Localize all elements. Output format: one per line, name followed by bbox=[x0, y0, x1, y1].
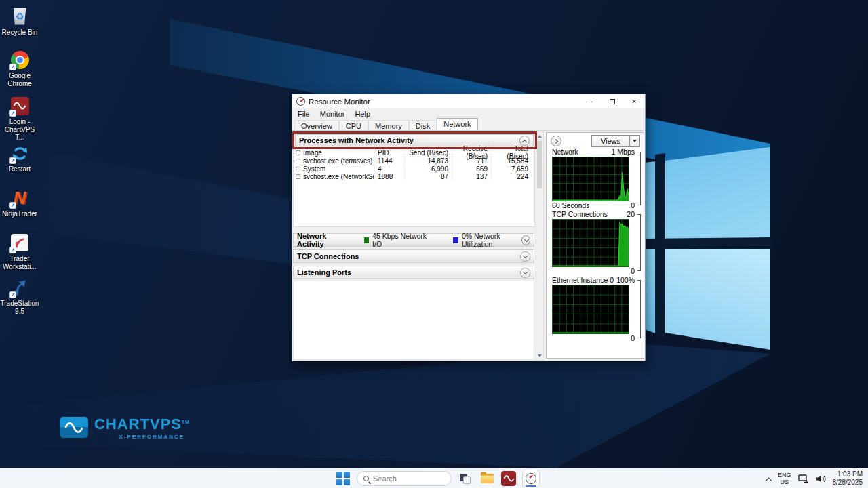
chartvps-watermark: CHARTVPSTM X-PERFORMANCE bbox=[60, 417, 190, 440]
row-checkbox[interactable] bbox=[296, 167, 300, 171]
desktop-icon-tradestation[interactable]: ↗ TradeStation 9.5 bbox=[0, 277, 39, 315]
process-receive: 669 bbox=[452, 165, 492, 173]
brand-tagline: X-PERFORMANCE bbox=[119, 434, 184, 440]
desktop-icon-trader-workstation[interactable]: ↗ Trader Workstati... bbox=[0, 232, 39, 270]
views-label: Views bbox=[592, 136, 629, 146]
network-activity-section-header[interactable]: Network Activity 45 Kbps Network I/O 0% … bbox=[293, 233, 534, 247]
window-titlebar[interactable]: Resource Monitor – × bbox=[292, 94, 645, 108]
resource-monitor-icon bbox=[526, 473, 536, 484]
maximize-button[interactable] bbox=[601, 94, 623, 108]
ethernet-chart: Ethernet Instance 0 100% 0 bbox=[551, 276, 642, 342]
col-send[interactable]: Send (B/sec) bbox=[405, 149, 452, 157]
expand-button[interactable] bbox=[520, 268, 530, 278]
listening-ports-section-header[interactable]: Listening Ports bbox=[293, 266, 534, 279]
expand-button[interactable] bbox=[520, 251, 530, 262]
tab-disk[interactable]: Disk bbox=[409, 120, 437, 130]
resource-monitor-icon bbox=[296, 97, 305, 106]
desktop-icon-ninjatrader[interactable]: N ↗ NinjaTrader bbox=[0, 187, 39, 218]
shortcut-arrow-icon: ↗ bbox=[9, 64, 16, 70]
triangle-down-icon bbox=[633, 140, 637, 142]
minimize-button[interactable]: – bbox=[580, 94, 601, 108]
file-explorer-button[interactable] bbox=[479, 470, 495, 487]
close-button[interactable]: × bbox=[623, 94, 645, 108]
scrollbar-thumb[interactable] bbox=[537, 141, 542, 188]
chart-title: TCP Connections bbox=[552, 210, 608, 219]
resource-monitor-window: Resource Monitor – × File Monitor Help O… bbox=[292, 94, 646, 361]
section-title: Network Activity bbox=[297, 232, 347, 248]
taskbar: ENG US 1:03 PM 8/28/2025 bbox=[0, 468, 868, 488]
tab-cpu[interactable]: CPU bbox=[339, 120, 368, 130]
row-checkbox[interactable] bbox=[296, 159, 300, 163]
table-row[interactable]: svchost.exe (termsvcs) 1144 14,873 711 1… bbox=[294, 157, 534, 165]
tcp-connections-chart: TCP Connections 20 0 bbox=[551, 210, 642, 275]
menu-monitor[interactable]: Monitor bbox=[320, 110, 345, 118]
col-pid[interactable]: PID bbox=[375, 149, 405, 157]
menu-file[interactable]: File bbox=[298, 110, 310, 118]
desktop-icon-recycle-bin[interactable]: ♻ Recycle Bin bbox=[0, 5, 39, 37]
scroll-down-button[interactable] bbox=[536, 352, 543, 360]
network-graph bbox=[552, 157, 629, 201]
resource-monitor-taskbar-button[interactable] bbox=[522, 470, 540, 487]
legend-label: 0% Network Utilization bbox=[462, 232, 521, 248]
chart-max-label: 100% bbox=[616, 276, 635, 285]
task-view-icon bbox=[460, 474, 471, 484]
ethernet-graph bbox=[552, 285, 629, 334]
shortcut-arrow-icon: ↗ bbox=[9, 291, 16, 298]
chart-min-label: 0 bbox=[631, 267, 635, 275]
icon-label: TradeStation 9.5 bbox=[0, 300, 39, 315]
col-image[interactable]: Image bbox=[303, 149, 322, 157]
window-content: Processes with Network Activity Image PI… bbox=[292, 131, 645, 361]
views-dropdown-button[interactable]: Views bbox=[591, 135, 640, 147]
section-title: Listening Ports bbox=[297, 268, 351, 277]
scroll-up-button[interactable] bbox=[536, 132, 543, 140]
desktop-icon-restart[interactable]: ↗ Restart bbox=[0, 142, 39, 174]
process-receive: 711 bbox=[452, 157, 492, 165]
select-all-checkbox[interactable] bbox=[296, 150, 300, 155]
chevron-right-icon bbox=[553, 139, 557, 144]
table-row[interactable]: svchost.exe (NetworkService... 1888 87 1… bbox=[294, 173, 534, 181]
start-button[interactable] bbox=[335, 470, 351, 487]
tcp-graph bbox=[552, 219, 629, 267]
panel-expand-button[interactable] bbox=[551, 136, 561, 146]
process-send: 14,873 bbox=[405, 157, 452, 165]
collapse-button[interactable] bbox=[519, 136, 530, 146]
green-swatch-icon bbox=[364, 237, 370, 243]
tab-network[interactable]: Network bbox=[437, 118, 477, 130]
scale-bracket bbox=[637, 152, 641, 205]
menu-help[interactable]: Help bbox=[355, 110, 370, 118]
expand-button[interactable] bbox=[521, 235, 530, 245]
shortcut-arrow-icon: ↗ bbox=[9, 247, 16, 253]
volume-tray-icon[interactable] bbox=[816, 474, 826, 483]
tray-overflow-chevron-icon[interactable] bbox=[766, 477, 772, 484]
language-indicator[interactable]: ENG US bbox=[778, 472, 791, 486]
brand-name: CHARTVPSTM bbox=[94, 417, 190, 432]
table-row[interactable]: System 4 6,990 669 7,659 bbox=[294, 165, 534, 174]
triangle-down-icon bbox=[538, 354, 542, 357]
desktop-icon-login-chartvps[interactable]: ↗ Login - ChartVPS T... bbox=[0, 95, 39, 142]
charts-side-panel: Views Network 1 Mbps 60 Seconds 0 bbox=[546, 132, 644, 359]
empty-content-panel bbox=[293, 281, 534, 360]
desktop: ♻ Recycle Bin ↗ Google Chrome ↗ Login - … bbox=[0, 0, 868, 488]
search-input[interactable] bbox=[373, 474, 437, 483]
network-utilization-legend: 0% Network Utilization bbox=[453, 232, 521, 248]
task-view-button[interactable] bbox=[457, 470, 473, 487]
vertical-scrollbar[interactable] bbox=[536, 131, 544, 361]
process-name: svchost.exe (NetworkService... bbox=[303, 173, 375, 180]
dropdown-arrow[interactable] bbox=[629, 136, 639, 146]
chartvps-app-button[interactable] bbox=[500, 470, 517, 487]
window-title: Resource Monitor bbox=[309, 98, 580, 106]
network-tray-icon[interactable] bbox=[798, 474, 809, 483]
desktop-icon-google-chrome[interactable]: ↗ Google Chrome bbox=[0, 49, 39, 87]
tcp-connections-section-header[interactable]: TCP Connections bbox=[293, 249, 534, 263]
process-pid: 1144 bbox=[375, 157, 405, 165]
chart-max-label: 1 Mbps bbox=[612, 148, 635, 157]
clock[interactable]: 1:03 PM 8/28/2025 bbox=[833, 470, 863, 487]
taskbar-search[interactable] bbox=[357, 471, 452, 486]
tab-memory[interactable]: Memory bbox=[368, 120, 409, 130]
chart-min-label: 0 bbox=[631, 201, 635, 209]
table-header-row[interactable]: Image PID Send (B/sec) Receive (B/sec) T… bbox=[294, 148, 534, 157]
tab-overview[interactable]: Overview bbox=[294, 120, 339, 130]
row-checkbox[interactable] bbox=[296, 174, 300, 179]
triangle-up-icon bbox=[538, 135, 542, 138]
windows-logo-icon bbox=[336, 472, 350, 485]
